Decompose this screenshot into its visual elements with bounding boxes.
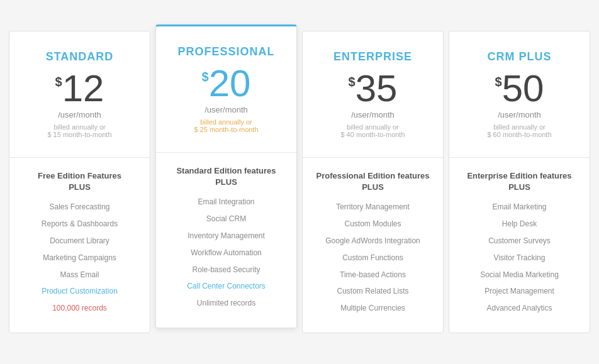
price-amount-enterprise: 35: [355, 70, 398, 108]
plan-features-standard: Free Edition FeaturesPLUSSales Forecasti…: [9, 158, 150, 333]
feature-item-standard-1: Reports & Dashboards: [20, 219, 140, 229]
price-amount-standard: 12: [62, 70, 104, 108]
features-title-enterprise: Professional Edition featuresPLUS: [313, 170, 433, 193]
feature-item-professional-3: Workflow Automation: [166, 248, 286, 258]
feature-item-crm-plus-1: Help Desk: [459, 219, 579, 229]
feature-item-crm-plus-0: Email Marketing: [459, 202, 579, 212]
feature-item-enterprise-5: Custom Related Lists: [313, 286, 433, 297]
feature-item-enterprise-1: Custom Modules: [313, 219, 433, 229]
price-period-crm-plus: /user/month: [498, 110, 541, 119]
feature-item-enterprise-4: Time-based Actions: [313, 270, 433, 280]
feature-item-professional-2: Inventory Management: [166, 231, 286, 241]
feature-item-standard-0: Sales Forecasting: [20, 202, 140, 212]
feature-item-professional-6: Unlimited records: [166, 298, 286, 309]
price-dollar-sign-enterprise: $: [349, 75, 355, 89]
feature-item-professional-5: Call Center Connectors: [166, 281, 286, 292]
feature-item-professional-0: Email Integration: [166, 197, 286, 207]
feature-item-enterprise-2: Google AdWords Integration: [313, 236, 433, 246]
plan-card-professional: PROFESSIONAL$20/user/monthbilled annuall…: [155, 25, 297, 328]
price-billing-standard: billed annually or$ 15 month-to-month: [47, 123, 111, 138]
price-dollar-sign-crm-plus: $: [495, 75, 502, 89]
plan-features-enterprise: Professional Edition featuresPLUSTerrito…: [303, 158, 443, 333]
feature-item-standard-5: Product Customization: [20, 286, 140, 297]
pricing-container: STANDARD$12/user/monthbilled annually or…: [6, 31, 593, 333]
price-period-professional: /user/month: [204, 105, 248, 114]
features-title-standard: Free Edition FeaturesPLUS: [20, 170, 140, 193]
plan-features-professional: Standard Edition featuresPLUSEmail Integ…: [156, 153, 296, 328]
feature-item-enterprise-0: Territory Management: [313, 202, 433, 212]
plan-name-standard: STANDARD: [46, 50, 114, 63]
plan-card-enterprise: ENTERPRISE$35/user/monthbilled annually …: [302, 31, 444, 333]
plan-header-enterprise: ENTERPRISE$35/user/monthbilled annually …: [303, 31, 443, 157]
feature-item-crm-plus-6: Advanced Analytics: [459, 303, 579, 314]
feature-item-standard-4: Mass Email: [20, 270, 140, 280]
features-title-crm-plus: Enterprise Edition featuresPLUS: [459, 170, 579, 193]
price-billing-professional: billed annually or$ 25 month-to-month: [194, 118, 258, 133]
feature-item-standard-2: Document Library: [20, 236, 140, 246]
feature-item-professional-1: Social CRM: [166, 214, 286, 224]
plan-features-crm-plus: Enterprise Edition featuresPLUSEmail Mar…: [449, 158, 590, 333]
plan-name-crm-plus: CRM PLUS: [488, 50, 552, 63]
price-dollar-sign-professional: $: [202, 70, 209, 84]
plan-price-row-standard: $12: [55, 70, 104, 108]
price-amount-professional: 20: [209, 65, 251, 102]
plan-card-crm-plus: CRM PLUS$50/user/monthbilled annually or…: [449, 31, 590, 333]
feature-item-crm-plus-2: Customer Surveys: [459, 236, 579, 246]
plan-name-enterprise: ENTERPRISE: [333, 50, 412, 63]
feature-item-crm-plus-5: Project Management: [459, 286, 579, 297]
price-billing-crm-plus: billed annually or$ 60 month-to-month: [487, 123, 551, 138]
price-amount-crm-plus: 50: [502, 70, 544, 108]
plan-header-crm-plus: CRM PLUS$50/user/monthbilled annually or…: [449, 31, 590, 157]
feature-item-enterprise-3: Custom Functions: [313, 253, 433, 263]
price-period-standard: /user/month: [58, 110, 101, 119]
plan-header-professional: PROFESSIONAL$20/user/monthbilled annuall…: [156, 26, 296, 152]
features-title-professional: Standard Edition featuresPLUS: [166, 165, 286, 188]
feature-item-standard-6: 100,000 records: [20, 303, 140, 314]
plan-price-row-professional: $20: [202, 65, 251, 102]
feature-item-crm-plus-3: Visitor Tracking: [459, 253, 579, 263]
price-dollar-sign-standard: $: [55, 75, 62, 89]
plan-card-standard: STANDARD$12/user/monthbilled annually or…: [9, 31, 150, 333]
plan-header-standard: STANDARD$12/user/monthbilled annually or…: [9, 31, 150, 157]
plan-price-row-crm-plus: $50: [495, 70, 544, 108]
price-period-enterprise: /user/month: [351, 110, 395, 119]
feature-item-enterprise-6: Multiple Currencies: [313, 303, 433, 314]
price-billing-enterprise: billed annually or$ 40 month-to-month: [340, 123, 405, 138]
feature-item-professional-4: Role-based Security: [166, 265, 286, 275]
plan-price-row-enterprise: $35: [349, 70, 398, 108]
feature-item-crm-plus-4: Social Media Marketing: [459, 270, 579, 280]
plan-name-professional: PROFESSIONAL: [177, 45, 274, 58]
feature-item-standard-3: Marketing Campaigns: [20, 253, 140, 263]
